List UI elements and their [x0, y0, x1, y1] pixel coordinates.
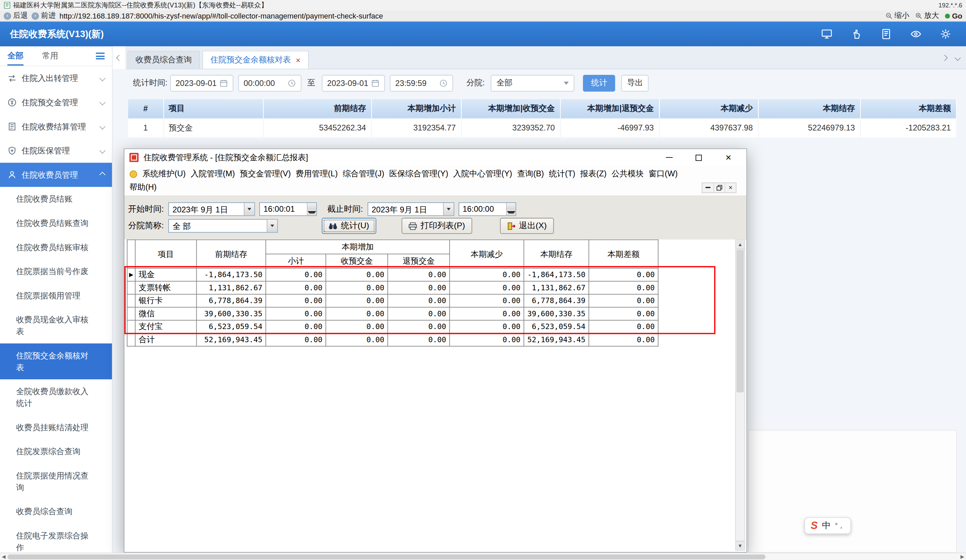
sidebar-item-3[interactable]: 住院收费员结账审核 — [0, 235, 112, 259]
tab-scroll-right-icon[interactable] — [942, 54, 948, 61]
sidebar-item-8[interactable]: 全院收费员缴款收入统计 — [0, 379, 112, 415]
window-menu-item-2[interactable]: 入院管理(M) — [191, 168, 235, 179]
gear-icon[interactable] — [940, 28, 951, 39]
report-row-5[interactable]: 支付宝6,523,059.540.000.000.000.006,523,059… — [127, 320, 658, 333]
summary-row-1[interactable]: 1预交金53452262.343192354.773239352.70-4699… — [128, 118, 956, 138]
window-scrollbar[interactable]: ▲ ▼ — [735, 240, 745, 550]
sidebar-group-3[interactable]: 住院收费结算管理 — [0, 115, 112, 139]
horizontal-scrollbar[interactable]: ◀ ▶ — [0, 553, 966, 560]
minimize-button[interactable] — [665, 153, 674, 162]
summary-col-8[interactable]: 本期结存 — [758, 99, 860, 118]
forward-button[interactable]: ›前进 — [32, 10, 56, 21]
window-menu-item-5[interactable]: 综合管理(J) — [343, 168, 384, 179]
sogou-logo-icon[interactable]: S — [811, 521, 818, 531]
summary-col-6[interactable]: 本期增加|退预交金 — [560, 99, 659, 118]
report-row-6[interactable]: 合计52,169,943.450.000.000.000.0052,169,94… — [127, 333, 658, 346]
spinner-up-button[interactable] — [506, 203, 515, 209]
horizontal-scroll-thumb[interactable] — [7, 555, 766, 560]
sidebar-item-2[interactable]: 住院收费员结账查询 — [0, 211, 112, 235]
close-button[interactable]: × — [724, 153, 733, 162]
window-menu-item-12[interactable]: 窗口(W) — [649, 168, 678, 179]
ime-punctuation-indicator[interactable]: °， — [835, 521, 844, 530]
summary-col-3[interactable]: 前期结存 — [263, 99, 371, 118]
window-menu-item-11[interactable]: 公共模块 — [612, 168, 644, 179]
back-button[interactable]: ‹后退 — [4, 10, 28, 21]
window-title-bar[interactable]: 住院收费管理系统 - [住院预交金余额汇总报表] × — [125, 149, 746, 166]
address-bar[interactable]: http://192.168.189.187:8000/his-zysf-new… — [59, 11, 882, 20]
hamburger-icon[interactable] — [96, 53, 105, 59]
content-tab-2[interactable]: 住院预交金余额核对表× — [202, 51, 309, 69]
end-time-spinner[interactable]: 16:00:00 — [458, 202, 516, 216]
spinner-down-button[interactable] — [307, 209, 316, 215]
zoom-out-button[interactable]: 缩小 — [886, 10, 909, 21]
summary-col-5[interactable]: 本期增加|收预交金 — [461, 99, 560, 118]
tab-close-icon[interactable]: × — [296, 55, 301, 65]
end-date-input[interactable]: 2023-09-01 — [322, 74, 385, 91]
sidebar-collapse-button[interactable] — [113, 46, 126, 69]
window-menu-item-8[interactable]: 查询(B) — [517, 168, 544, 179]
eye-icon[interactable] — [910, 28, 922, 39]
sidebar-item-9[interactable]: 收费员挂账结清处理 — [0, 415, 112, 440]
window-menu-item-3[interactable]: 预交金管理(V) — [240, 168, 291, 179]
sidebar-tab-common[interactable]: 常用 — [42, 46, 58, 66]
sidebar-item-4[interactable]: 住院票据当前号作废 — [0, 259, 112, 284]
end-time-input[interactable]: 23:59:59 — [390, 74, 453, 91]
sidebar-item-10[interactable]: 住院发票综合查询 — [0, 439, 112, 463]
spinner-down-button[interactable] — [506, 209, 515, 215]
sidebar-item-6[interactable]: 收费员现金收入审核表 — [0, 307, 112, 343]
content-tab-1[interactable]: 收费员综合查询 — [127, 51, 200, 69]
export-button[interactable]: 导出 — [621, 74, 649, 91]
sidebar-item-7[interactable]: 住院预交金余额核对表 — [0, 343, 112, 379]
start-time-input[interactable]: 00:00:00 — [238, 74, 301, 91]
window-menu-item-4[interactable]: 费用管理(L) — [296, 168, 338, 179]
start-date-combo[interactable]: 2023年 9月 1日 — [168, 202, 255, 216]
report-row-1[interactable]: ▶现金-1,864,173.500.000.000.000.00-1,864,1… — [127, 268, 658, 281]
sidebar-tab-all[interactable]: 全部 — [7, 46, 24, 66]
mdi-close-button[interactable]: × — [724, 183, 736, 192]
mdi-minimize-button[interactable] — [702, 183, 713, 192]
scroll-up-button[interactable]: ▲ — [736, 240, 744, 250]
spinner-up-button[interactable] — [307, 203, 316, 209]
window-print-button[interactable]: 打印列表(P) — [401, 218, 472, 234]
ime-mode-indicator[interactable]: 中 — [822, 520, 831, 531]
end-date-combo[interactable]: 2023年 9月 1日 — [367, 202, 454, 216]
stat-button[interactable]: 统计 — [583, 74, 615, 91]
start-time-spinner[interactable]: 16:00:01 — [259, 202, 317, 216]
window-stat-button[interactable]: 统计(U) — [322, 218, 376, 234]
maximize-button[interactable] — [694, 153, 703, 162]
sidebar-group-2[interactable]: 住院预交金管理 — [0, 90, 112, 115]
summary-col-4[interactable]: 本期增加小计 — [371, 99, 461, 118]
go-button[interactable]: Go — [945, 11, 962, 20]
dropdown-button[interactable] — [443, 203, 453, 215]
sidebar-item-11[interactable]: 住院票据使用情况查询 — [0, 463, 112, 499]
sidebar-item-12[interactable]: 收费员综合查询 — [0, 499, 112, 524]
report-row-2[interactable]: 支票转帐1,131,862.670.000.000.000.001,131,86… — [127, 281, 658, 294]
summary-col-1[interactable]: # — [128, 99, 164, 118]
scroll-right-button[interactable]: ▶ — [959, 553, 966, 560]
sidebar-group-5[interactable]: 住院收费员管理 — [0, 163, 112, 187]
tab-list-icon[interactable] — [955, 54, 961, 61]
sidebar-item-1[interactable]: 住院收费员结账 — [0, 187, 112, 211]
sidebar-item-13[interactable]: 住院电子发票综合操作 — [0, 524, 112, 553]
sidebar-group-1[interactable]: 住院入出转管理 — [0, 66, 112, 90]
sidebar-group-4[interactable]: 住院医保管理 — [0, 139, 112, 163]
window-menu-item-7[interactable]: 入院中心管理(Y) — [453, 168, 512, 179]
window-menu-item-9[interactable]: 统计(T) — [549, 168, 575, 179]
summary-col-7[interactable]: 本期减少 — [659, 99, 758, 118]
window-menu-item-10[interactable]: 报表(Z) — [580, 168, 606, 179]
dropdown-button[interactable] — [267, 220, 277, 232]
branch-select[interactable]: 全部 — [491, 74, 575, 91]
scroll-left-button[interactable]: ◀ — [0, 553, 7, 560]
window-menu-item-1[interactable]: 系统维护(U) — [142, 168, 186, 179]
help-menu-item[interactable]: 帮助(H) — [130, 182, 157, 193]
hand-icon[interactable] — [851, 28, 862, 39]
sidebar-item-5[interactable]: 住院票据领用管理 — [0, 284, 112, 308]
scroll-down-button[interactable]: ▼ — [736, 541, 744, 550]
summary-col-9[interactable]: 本期差额 — [860, 99, 956, 118]
window-menu-item-6[interactable]: 医保综合管理(Y) — [389, 168, 448, 179]
document-icon[interactable] — [881, 28, 892, 39]
screen-capture-icon[interactable] — [821, 28, 833, 39]
dropdown-button[interactable] — [244, 203, 254, 215]
report-row-3[interactable]: 银行卡6,778,864.390.000.000.000.006,778,864… — [127, 294, 658, 307]
scroll-thumb[interactable] — [736, 250, 744, 392]
